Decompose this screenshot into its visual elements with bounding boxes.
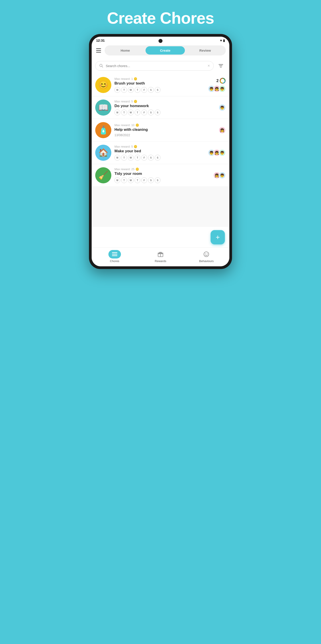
tab-home[interactable]: Home (106, 46, 145, 54)
svg-point-14 (207, 253, 208, 254)
chore-icon-cleaning: 🧴 (95, 122, 111, 138)
chore-details-1: Max reward: 1 🪙 Brush your teeth M T W T… (114, 77, 205, 93)
chore-reward-3: Max reward: 10 🪙 (114, 124, 216, 127)
behaviours-nav-icon (200, 250, 212, 258)
clear-icon[interactable]: × (208, 64, 210, 68)
chore-name-2: Do your homework (114, 104, 216, 108)
phone-screen: 12:31 ▾ ▮ Home Create Review (92, 37, 229, 266)
chore-item-3[interactable]: 🧴 Max reward: 10 🪙 Help with cleaning 13… (92, 119, 229, 142)
phone-frame: 12:31 ▾ ▮ Home Create Review (89, 34, 232, 269)
chore-icon-bed: 🏠 (95, 145, 111, 161)
day-badges-5: M T W T F S S (114, 177, 210, 183)
chore-icon-homework: 📖 (95, 100, 111, 116)
tab-review[interactable]: Review (185, 46, 225, 54)
avatar-t2: 👦 (218, 172, 226, 179)
chore-name-4: Make your bed (114, 149, 205, 154)
search-icon (99, 64, 104, 68)
tab-create[interactable]: Create (146, 46, 185, 54)
avatar-3: 👦 (218, 85, 226, 92)
coin-icon-5: 🪙 (136, 168, 139, 171)
avatar-cl1: 👧 (218, 126, 226, 134)
search-input[interactable] (106, 64, 205, 68)
fab-container: + (92, 227, 229, 248)
coin-icon-2: 🪙 (134, 100, 137, 103)
chores-nav-icon (108, 250, 121, 258)
hamburger-menu[interactable] (95, 48, 102, 54)
chore-reward-2: Max reward: 5 🪙 (114, 100, 216, 103)
status-icons: ▾ ▮ (220, 39, 225, 42)
chore-name-5: Tidy your room (114, 172, 210, 176)
gift-icon (158, 251, 164, 257)
day-badges-4: M T W T F S S (114, 155, 205, 160)
coin-icon-4: 🪙 (134, 145, 137, 148)
chore-right-3: 👧 (218, 126, 226, 134)
chore-icon-brush: 😊 (95, 77, 111, 93)
filter-icon (218, 63, 224, 68)
chore-details-2: Max reward: 5 🪙 Do your homework M T W T… (114, 100, 216, 116)
chore-right-4: 👦 👧 👦 (208, 149, 226, 156)
chore-count-1: 2 (216, 78, 226, 84)
chore-reward-1: Max reward: 1 🪙 (114, 77, 205, 80)
chore-reward-5: Max reward: 25 🪙 (114, 168, 210, 171)
avatar-group-3: 👧 (218, 126, 226, 134)
coin-icon-3: 🪙 (136, 124, 139, 127)
avatar-group-4: 👦 👧 👦 (208, 149, 226, 156)
chore-reward-4: Max reward: 5 🪙 (114, 145, 205, 148)
chore-details-4: Max reward: 5 🪙 Make your bed M T W T F … (114, 145, 205, 160)
rewards-nav-icon (154, 250, 167, 258)
bottom-nav-rewards[interactable]: Rewards (138, 250, 183, 263)
chore-right-5: 👧 👦 (213, 172, 226, 179)
chore-icon-tidy: 🧹 (95, 167, 111, 183)
day-badges-1: M T W T F S S (114, 87, 205, 93)
chore-details-5: Max reward: 25 🪙 Tidy your room M T W T … (114, 168, 210, 183)
avatar-b3: 👦 (218, 149, 226, 156)
add-chore-button[interactable]: + (210, 230, 225, 244)
chore-item-5[interactable]: 🧹 Max reward: 25 🪙 Tidy your room M T W … (92, 164, 229, 187)
day-S: S (148, 87, 154, 93)
page-wrapper: Create Chores 12:31 ▾ ▮ Home Create (80, 0, 241, 322)
multi-assign-icon (220, 78, 226, 84)
chores-nav-label: Chores (110, 260, 119, 263)
status-time: 12:31 (96, 38, 104, 42)
chore-name-3: Help with cleaning (114, 128, 216, 132)
top-nav: Home Create Review (92, 43, 229, 58)
day-W: W (128, 87, 134, 93)
svg-point-5 (220, 78, 225, 84)
coin-icon-1: 🪙 (134, 77, 137, 80)
day-F: F (141, 87, 147, 93)
chore-right-2: 👦 (218, 104, 226, 111)
empty-area (92, 187, 229, 227)
list-icon (112, 252, 118, 256)
chore-right-1: 2 👦 👧 👦 (208, 78, 226, 92)
avatar-group-5: 👧 👦 (213, 172, 226, 179)
svg-line-1 (102, 66, 103, 68)
svg-point-12 (204, 252, 209, 257)
wifi-icon: ▾ (220, 39, 222, 42)
svg-rect-7 (112, 254, 117, 254)
day-badges-2: M T W T F S S (114, 110, 216, 116)
chore-item-2[interactable]: 📖 Max reward: 5 🪙 Do your homework M T W… (92, 96, 229, 119)
smiley-nav-icon (204, 251, 209, 257)
bottom-nav: Chores Rewards (92, 248, 229, 266)
bottom-nav-chores[interactable]: Chores (92, 250, 138, 263)
chores-list: 😊 Max reward: 1 🪙 Brush your teeth M T W… (92, 74, 229, 227)
chore-name-1: Brush your teeth (114, 81, 205, 86)
chore-item-4[interactable]: 🏠 Max reward: 5 🪙 Make your bed M T W T … (92, 142, 229, 164)
day-M: M (114, 87, 120, 93)
page-title: Create Chores (102, 0, 218, 34)
battery-icon: ▮ (223, 39, 225, 42)
behaviours-nav-label: Behaviours (199, 260, 214, 263)
camera-notch (158, 39, 162, 43)
svg-rect-6 (112, 252, 117, 253)
avatar-group-1: 👦 👧 👦 (208, 85, 226, 92)
search-bar-container: × (92, 58, 229, 74)
rewards-nav-label: Rewards (155, 260, 166, 263)
avatar-hw1: 👦 (218, 104, 226, 111)
nav-tabs: Home Create Review (104, 46, 226, 56)
filter-button[interactable] (216, 61, 226, 71)
chore-item-1[interactable]: 😊 Max reward: 1 🪙 Brush your teeth M T W… (92, 74, 229, 96)
svg-rect-8 (112, 255, 117, 256)
day-T2: T (134, 87, 140, 93)
bottom-nav-behaviours[interactable]: Behaviours (184, 250, 229, 263)
avatar-group-2: 👦 (218, 104, 226, 111)
